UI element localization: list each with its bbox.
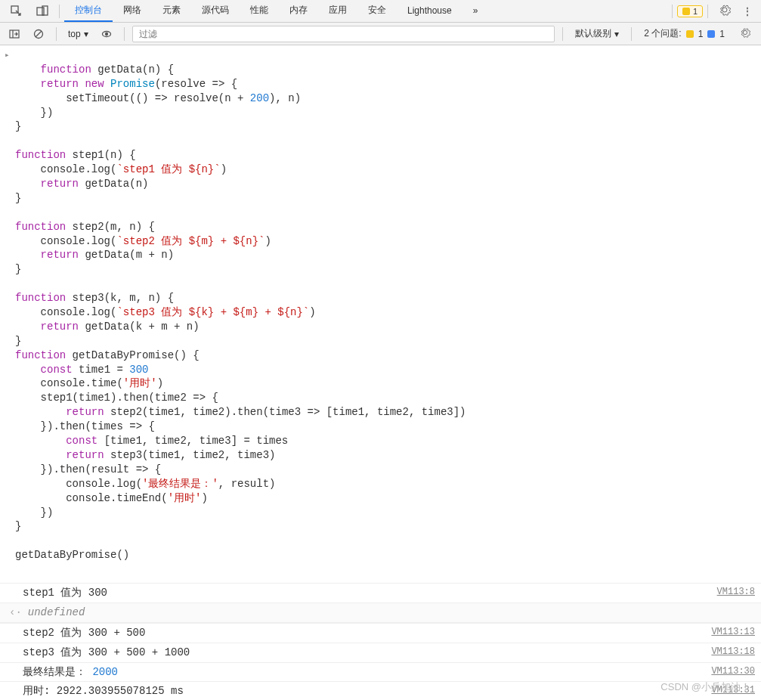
- tabs-more[interactable]: »: [462, 0, 489, 22]
- log-source-link[interactable]: VM113:31: [711, 684, 755, 698]
- issues-summary[interactable]: 2 个问题: 1 1: [639, 26, 729, 42]
- console-toolbar: top ▾ 默认级别 ▾ 2 个问题: 1 1: [0, 23, 761, 45]
- tab-memory[interactable]: 内存: [279, 0, 318, 22]
- tab-network[interactable]: 网络: [113, 0, 152, 22]
- settings-gear-icon[interactable]: [713, 1, 737, 21]
- console-log-row: step3 值为 300 + 500 + 1000VM113:18: [0, 643, 761, 662]
- log-text: step2 值为 300 + 500: [23, 626, 145, 640]
- tab-elements[interactable]: 元素: [152, 0, 191, 22]
- chevron-down-icon: ▾: [84, 29, 88, 39]
- context-selector[interactable]: top ▾: [64, 26, 92, 42]
- separator: [562, 27, 563, 41]
- clear-console-icon[interactable]: [29, 26, 48, 42]
- info-icon: [707, 30, 715, 38]
- inspect-icon[interactable]: [5, 2, 29, 20]
- warnings-count: 1: [693, 7, 698, 16]
- console-input-code[interactable]: ▸function getData(n) { return new Promis…: [0, 45, 761, 583]
- issue-info-count: 1: [719, 29, 725, 39]
- log-level-selector[interactable]: 默认级别 ▾: [571, 26, 623, 42]
- more-menu-icon[interactable]: ⋮: [738, 3, 756, 20]
- warning-icon: [682, 8, 690, 15]
- warnings-badge[interactable]: 1: [677, 5, 703, 17]
- log-source-link[interactable]: VM113:18: [711, 646, 755, 660]
- console-log-row: 用时: 2922.303955078125 msVM113:31: [0, 681, 761, 700]
- live-expression-icon[interactable]: [97, 26, 116, 42]
- issues-label: 2 个问题:: [644, 27, 681, 40]
- console-log-row: step2 值为 300 + 500VM113:13: [0, 623, 761, 643]
- log-text: 最终结果是： 2000: [23, 665, 118, 680]
- log-source-link[interactable]: VM113:13: [711, 626, 755, 640]
- log-source-link[interactable]: VM113:8: [717, 586, 755, 600]
- console-body: ▸function getData(n) { return new Promis…: [0, 45, 761, 700]
- separator: [56, 27, 57, 41]
- tab-sources[interactable]: 源代码: [191, 0, 240, 22]
- return-value: undefined: [28, 606, 85, 620]
- context-label: top: [68, 29, 81, 39]
- console-log-row: 最终结果是： 2000VM113:30: [0, 662, 761, 682]
- log-source-link[interactable]: VM113:30: [711, 665, 755, 680]
- tab-performance[interactable]: 性能: [240, 0, 279, 22]
- return-arrow-icon: ‹·: [9, 606, 22, 620]
- level-label: 默认级别: [575, 27, 611, 40]
- filter-input[interactable]: [132, 26, 555, 42]
- svg-line-6: [36, 31, 42, 37]
- separator: [124, 27, 125, 41]
- separator: [631, 27, 632, 41]
- separator: [707, 5, 708, 18]
- warning-icon: [686, 30, 694, 38]
- devtools-tabs-bar: 控制台 网络 元素 源代码 性能 内存 应用 安全 Lighthouse » 1…: [0, 0, 761, 23]
- svg-point-8: [105, 33, 107, 35]
- tab-lighthouse[interactable]: Lighthouse: [397, 0, 462, 22]
- tabs-list: 控制台 网络 元素 源代码 性能 内存 应用 安全 Lighthouse »: [64, 0, 488, 22]
- tab-security[interactable]: 安全: [357, 0, 397, 22]
- console-log-row: step1 值为 300VM113:8: [0, 583, 761, 602]
- issue-warn-count: 1: [698, 29, 704, 39]
- tab-application[interactable]: 应用: [318, 0, 357, 22]
- log-text: step1 值为 300: [23, 586, 107, 600]
- console-return-row: ‹·undefined: [0, 602, 761, 623]
- toggle-sidebar-icon[interactable]: [5, 26, 24, 42]
- log-text: step3 值为 300 + 500 + 1000: [23, 646, 190, 660]
- device-toggle-icon[interactable]: [30, 2, 54, 20]
- svg-rect-1: [37, 8, 44, 15]
- console-settings-icon[interactable]: [734, 24, 756, 43]
- log-text: 用时: 2922.303955078125 ms: [23, 684, 184, 698]
- separator: [59, 5, 60, 18]
- chevron-down-icon: ▾: [614, 29, 619, 39]
- separator: [672, 5, 673, 18]
- expand-arrow-icon[interactable]: ▸: [5, 50, 10, 61]
- tab-console[interactable]: 控制台: [64, 0, 113, 22]
